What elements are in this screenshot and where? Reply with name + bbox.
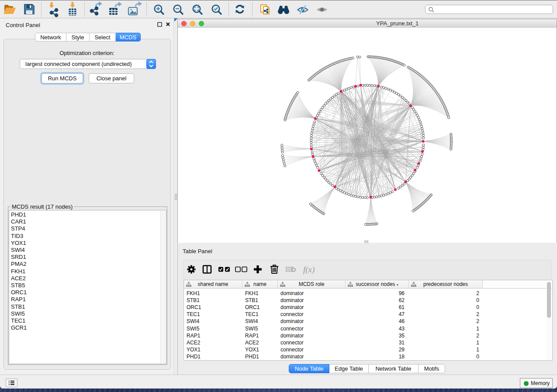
svg-text:f(x): f(x)	[303, 265, 315, 275]
